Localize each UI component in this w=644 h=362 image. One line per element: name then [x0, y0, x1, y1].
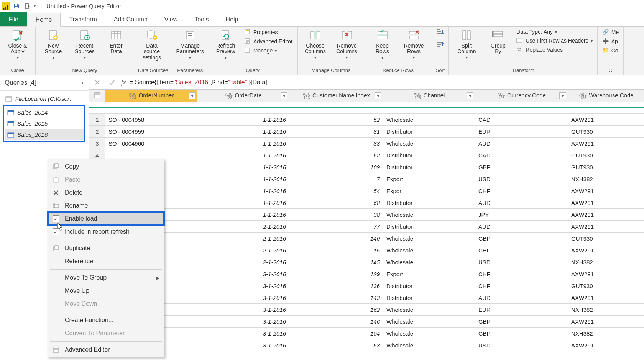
- choose-columns-button[interactable]: Choose Columns: [302, 28, 329, 60]
- keep-rows-button[interactable]: Keep Rows: [369, 28, 396, 60]
- table-row[interactable]: 61-1-20167ExportUSDNXH382: [89, 173, 644, 185]
- cell-channel[interactable]: Wholesale: [383, 233, 475, 244]
- cell-warehouse[interactable]: AXW291: [568, 197, 644, 209]
- cell-channel[interactable]: Wholesale: [383, 114, 475, 126]
- cell-currency[interactable]: AUD: [475, 138, 568, 149]
- cell-customer-index[interactable]: 15: [289, 244, 383, 256]
- cell-orderdate[interactable]: 1-1-2016: [197, 161, 289, 173]
- advanced-editor-button[interactable]: Advanced Editor: [243, 38, 294, 45]
- cell-customer-index[interactable]: 52: [289, 114, 383, 126]
- filter-dropdown-icon[interactable]: [189, 92, 196, 99]
- ctx-copy[interactable]: Copy: [48, 160, 164, 173]
- tab-file[interactable]: File: [0, 12, 27, 26]
- cell-customer-index[interactable]: 38: [289, 209, 383, 221]
- cell-orderdate[interactable]: 1-1-2016: [197, 173, 289, 185]
- manage-parameters-button[interactable]: Manage Parameters: [176, 28, 204, 60]
- cell-channel[interactable]: Wholesale: [383, 339, 475, 351]
- cell-warehouse[interactable]: AXW291: [568, 114, 644, 126]
- cell-orderdate[interactable]: 1-1-2016: [197, 114, 289, 126]
- cell-customer-index[interactable]: 54: [289, 185, 383, 197]
- ctx-rename[interactable]: Rename: [48, 199, 164, 212]
- table-row[interactable]: 122-1-201615WholesaleCHFAXW291: [89, 244, 644, 256]
- tab-home[interactable]: Home: [27, 13, 61, 27]
- fx-icon[interactable]: fx: [121, 79, 126, 86]
- table-row[interactable]: 2SO - 00049591-1-201681DistributorEURGUT…: [89, 126, 644, 138]
- table-row[interactable]: 112-1-2016140WholesaleGBPGUT930: [89, 233, 644, 244]
- cell-customer-index[interactable]: 53: [289, 339, 383, 351]
- undo-dropdown-icon[interactable]: [23, 2, 31, 10]
- cell-orderdate[interactable]: 3-1-2016: [197, 268, 289, 280]
- cell-currency[interactable]: CAD: [475, 114, 568, 126]
- table-row[interactable]: 41-1-201662DistributorCADGUT930: [89, 149, 644, 161]
- cell-customer-index[interactable]: 162: [289, 304, 383, 316]
- filter-dropdown-icon[interactable]: [467, 92, 473, 99]
- cell-currency[interactable]: CHF: [475, 244, 568, 256]
- col-channel[interactable]: ABC123Channel: [383, 90, 475, 102]
- query-sales-2016[interactable]: Sales_2016: [5, 129, 84, 140]
- cell-channel[interactable]: Wholesale: [383, 209, 475, 221]
- ctx-delete[interactable]: Delete: [48, 186, 164, 199]
- cell-ordernumber[interactable]: SO - 0004958: [105, 114, 197, 126]
- cell-customer-index[interactable]: 104: [289, 328, 383, 339]
- cell-orderdate[interactable]: 3-1-2016: [197, 339, 289, 351]
- cell-channel[interactable]: Distributor: [383, 221, 475, 233]
- cell-currency[interactable]: AUD: [475, 221, 568, 233]
- query-sales-2015[interactable]: Sales_2015: [5, 118, 84, 129]
- data-type-dropdown[interactable]: Data Type: Any: [516, 28, 593, 35]
- cell-channel[interactable]: Wholesale: [383, 316, 475, 328]
- cell-channel[interactable]: Distributor: [383, 126, 475, 138]
- cell-warehouse[interactable]: NXH382: [568, 173, 644, 185]
- cell-customer-index[interactable]: 81: [289, 126, 383, 138]
- cell-currency[interactable]: GBP: [475, 316, 568, 328]
- manage-query-button[interactable]: Manage: [243, 47, 294, 54]
- ctx-move-up[interactable]: Move Up: [48, 284, 164, 297]
- cell-warehouse[interactable]: AXW291: [568, 268, 644, 280]
- combine-files-button[interactable]: 📁Co: [601, 47, 619, 54]
- table-row[interactable]: 143-1-2016129ExportCHFAXW291: [89, 268, 644, 280]
- col-warehouse[interactable]: ABC123Warehouse Code: [568, 90, 644, 102]
- enter-data-button[interactable]: Enter Data: [102, 28, 130, 55]
- qat-customize-icon[interactable]: ▾: [34, 3, 36, 8]
- cell-warehouse[interactable]: NXH382: [568, 304, 644, 316]
- cell-orderdate[interactable]: 3-1-2016: [197, 280, 289, 292]
- cell-warehouse[interactable]: AXW291: [568, 209, 644, 221]
- ctx-include-refresh[interactable]: Include in report refresh: [48, 225, 164, 238]
- cell-channel[interactable]: Export: [383, 185, 475, 197]
- cell-orderdate[interactable]: 1-1-2016: [197, 197, 289, 209]
- cell-customer-index[interactable]: 145: [289, 256, 383, 268]
- tab-add-column[interactable]: Add Column: [105, 12, 156, 26]
- refresh-preview-button[interactable]: Refresh Preview: [212, 28, 240, 60]
- cell-channel[interactable]: Distributor: [383, 149, 475, 161]
- cell-warehouse[interactable]: GUT930: [568, 161, 644, 173]
- cell-channel[interactable]: Wholesale: [383, 328, 475, 339]
- table-row[interactable]: 203-1-201653WholesaleUSDAXW291: [89, 339, 644, 351]
- cell-channel[interactable]: Distributor: [383, 280, 475, 292]
- properties-button[interactable]: Properties: [243, 28, 294, 36]
- ctx-reference[interactable]: Reference: [48, 255, 164, 268]
- cell-currency[interactable]: EUR: [475, 126, 568, 138]
- col-currency[interactable]: ABC123Currency Code: [475, 90, 568, 102]
- table-row[interactable]: 132-1-2016145WholesaleUSDNXH382: [89, 256, 644, 268]
- data-grid[interactable]: ABC123OrderNumber ABC123OrderDate ABC123…: [89, 90, 644, 362]
- cell-currency[interactable]: EUR: [475, 304, 568, 316]
- cell-customer-index[interactable]: 7: [289, 173, 383, 185]
- cell-customer-index[interactable]: 136: [289, 280, 383, 292]
- filter-dropdown-icon[interactable]: [375, 92, 381, 99]
- cell-currency[interactable]: CHF: [475, 280, 568, 292]
- cell-customer-index[interactable]: 109: [289, 161, 383, 173]
- cell-warehouse[interactable]: GUT930: [568, 233, 644, 244]
- cell-ordernumber[interactable]: SO - 0004959: [105, 126, 197, 138]
- merge-queries-button[interactable]: 🔗Me: [601, 28, 619, 36]
- cell-orderdate[interactable]: 1-1-2016: [197, 209, 289, 221]
- cell-orderdate[interactable]: 3-1-2016: [197, 316, 289, 328]
- cell-customer-index[interactable]: 146: [289, 316, 383, 328]
- cell-currency[interactable]: CHF: [475, 268, 568, 280]
- ctx-duplicate[interactable]: Duplicate: [48, 242, 164, 255]
- cell-channel[interactable]: Distributor: [383, 161, 475, 173]
- close-apply-button[interactable]: Close & Apply: [4, 28, 31, 60]
- ctx-move-to-group[interactable]: Move To Group: [48, 271, 164, 284]
- cell-customer-index[interactable]: 68: [289, 197, 383, 209]
- ctx-advanced-editor[interactable]: Advanced Editor: [48, 343, 164, 356]
- cell-orderdate[interactable]: 3-1-2016: [197, 328, 289, 339]
- cell-warehouse[interactable]: AXW291: [568, 138, 644, 149]
